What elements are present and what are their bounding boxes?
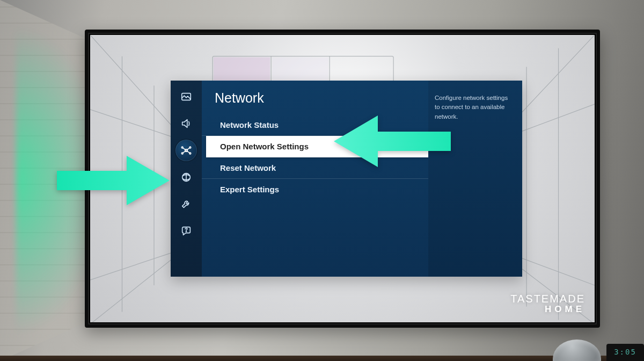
picture-icon[interactable] [175,86,197,107]
annotation-arrow-right [334,115,451,167]
svg-point-10 [186,231,186,232]
help-text: Configure network settings to connect to… [428,81,522,277]
digital-clock-prop: 3:05 [606,344,644,361]
watermark-line1: TASTEMADE [510,293,585,305]
panel-title: Network [202,88,428,114]
smart-speaker-prop [553,340,601,361]
room-photo-background: Network Network Status Open Network Sett… [0,0,644,361]
channel-watermark: TASTEMADE HOME [510,293,585,315]
annotation-arrow-left [57,156,170,205]
table-edge [0,356,644,361]
clock-time: 3:05 [614,348,636,356]
settings-panel: Network Network Status Open Network Sett… [202,81,522,277]
support-icon[interactable] [175,220,197,242]
menu-item-expert-settings[interactable]: Expert Settings [202,179,428,200]
settings-sidebar [171,81,202,277]
wrench-icon[interactable] [175,193,197,215]
settings-menu: Network Network Status Open Network Sett… [202,81,428,277]
watermark-line2: HOME [510,304,585,315]
settings-dialog: Network Network Status Open Network Sett… [171,81,522,277]
satellite-icon[interactable] [175,167,197,188]
sound-icon[interactable] [175,113,197,134]
connection-icon[interactable] [175,140,197,161]
